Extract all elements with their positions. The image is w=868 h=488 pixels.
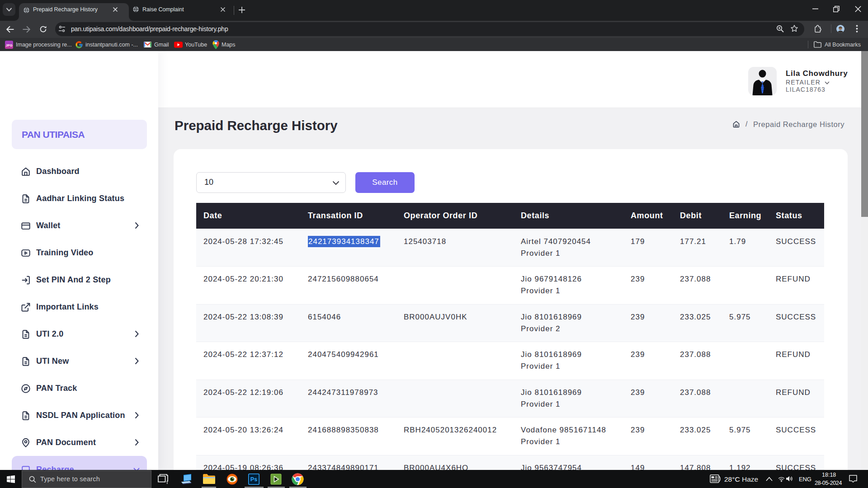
svg-text:JPG: JPG bbox=[6, 43, 13, 47]
svg-text:Ps: Ps bbox=[250, 476, 257, 483]
